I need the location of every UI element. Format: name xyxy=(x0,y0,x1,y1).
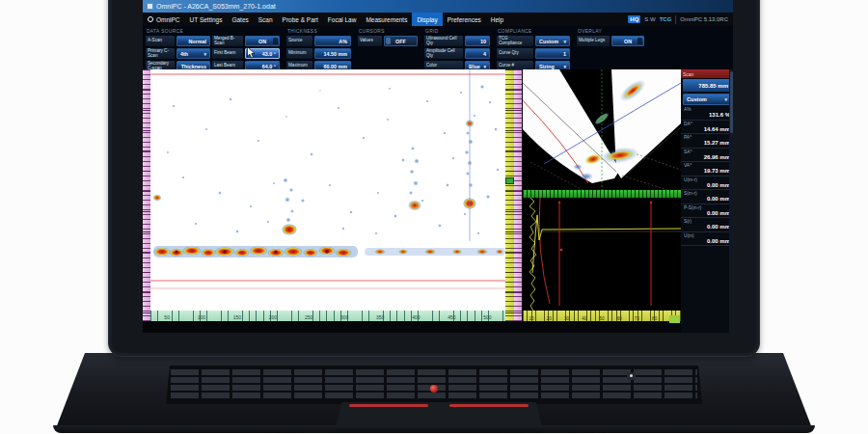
minimum-value[interactable]: 14.50 mm xyxy=(314,48,351,59)
toggle-knob xyxy=(637,38,642,44)
readings-panel: Scan 785.85 mm Custom ▾ A% 131.6 % xyxy=(681,69,733,333)
reading-item: SA^ 26.96 mm xyxy=(681,149,733,163)
axis-tick-label: 10 xyxy=(529,316,534,321)
axis-tick-label: 20 xyxy=(547,316,552,321)
chevron-down-icon: ▾ xyxy=(563,64,566,69)
axis-tick-label: 400 xyxy=(412,314,420,320)
menubar: OmniPC UT SettingsGatesScanProbe & PartF… xyxy=(143,13,733,26)
values-label: Values xyxy=(358,36,382,46)
axis-tick-label: 200 xyxy=(269,314,277,320)
parameter-ribbon: DATA SOURCE A-Scan Normal Merged B-Scan … xyxy=(143,26,733,69)
mid-magenta-ruler[interactable] xyxy=(514,69,522,321)
titlebar[interactable]: OmniPC - A26CA_S053mm_270-1.odat xyxy=(143,0,733,13)
readings-list: A% 131.6 % DA^ 14.64 mm PA^ 15.27 mm xyxy=(681,106,733,246)
cursor-values-toggle[interactable]: OFF xyxy=(384,36,418,46)
ascan-horizontal-ruler[interactable]: 102030405060708090 xyxy=(523,311,681,321)
menu-item[interactable]: Probe & Part xyxy=(278,13,323,26)
tcg-compliance-label: TCG Compliance xyxy=(497,36,533,46)
ruler-marker xyxy=(505,177,514,184)
reading-value: 19.73 mm xyxy=(684,168,730,174)
chevron-down-icon: ▾ xyxy=(724,96,727,102)
reading-value: 26.96 mm xyxy=(684,154,730,160)
menu-display-active[interactable]: Display xyxy=(412,13,442,26)
panel-thickness: THICKNESS Source A% Minimum 14.50 mm Max… xyxy=(286,28,351,69)
version-label: OmniPC 5.13.0RC xyxy=(680,16,728,22)
reading-item: P-S(m-r) 0.00 mm xyxy=(681,204,733,219)
first-beam-label: First Beam xyxy=(212,48,243,59)
cscan-vertical-ruler[interactable] xyxy=(143,69,150,321)
reading-item: U(m) 0.00 mm xyxy=(681,232,733,247)
status-flags: S W xyxy=(644,16,655,22)
curve-qty-value[interactable]: 1 xyxy=(535,48,570,59)
axis-tick-label: 100 xyxy=(198,314,205,320)
axis-tick-label: 80 xyxy=(652,316,657,321)
scan-position-value[interactable]: 785.85 mm xyxy=(683,79,731,92)
mouse-cursor xyxy=(247,46,256,59)
menu-item[interactable]: Focal Law xyxy=(323,13,362,26)
omnipc-logo-icon xyxy=(148,16,153,22)
merged-bscan-toggle[interactable]: ON xyxy=(245,36,280,46)
axis-tick-label: 50 xyxy=(164,314,170,320)
source-value[interactable]: A% xyxy=(314,36,351,46)
reading-item: DA^ 14.64 mm xyxy=(681,121,733,135)
reading-item: VA^ 19.73 mm xyxy=(681,162,733,176)
reading-value: 0.00 mm xyxy=(684,238,730,244)
reading-value: 0.00 mm xyxy=(684,182,730,188)
ascan-view[interactable] xyxy=(523,198,681,311)
menu-items-right: PreferencesHelp xyxy=(443,13,508,26)
panel-overlay: OVERLAY Multiple Legs ON xyxy=(577,28,644,69)
ultrasound-cell-value[interactable]: 10 xyxy=(465,36,490,46)
menu-item[interactable]: Measurements xyxy=(361,13,412,26)
multiple-legs-toggle[interactable]: ON xyxy=(611,36,644,46)
menu-items-left: UT SettingsGatesScanProbe & PartFocal La… xyxy=(185,13,413,26)
minimum-label: Minimum xyxy=(286,48,312,59)
reading-value: 0.00 mm xyxy=(684,224,730,230)
menu-omnipc[interactable]: OmniPC xyxy=(143,13,185,26)
menu-item[interactable]: Gates xyxy=(227,13,253,26)
readings-preset-dropdown[interactable]: Custom ▾ xyxy=(683,94,731,105)
power-button xyxy=(627,372,636,380)
reading-item: A% 131.6 % xyxy=(681,106,733,121)
chevron-down-icon: ▾ xyxy=(203,51,206,57)
sscan-horizontal-ruler[interactable] xyxy=(523,190,681,198)
cscan-horizontal-ruler[interactable]: 50100150200250300350400450500 xyxy=(150,311,505,321)
a-scan-value[interactable]: Normal xyxy=(176,36,210,46)
menu-item[interactable]: Preferences xyxy=(443,13,486,26)
axis-tick-label: 40 xyxy=(582,316,586,321)
hq-badge: HQ xyxy=(628,15,640,23)
chevron-down-icon: ▾ xyxy=(563,39,566,44)
scrollbar[interactable] xyxy=(729,69,733,333)
mid-yellow-ruler[interactable] xyxy=(505,69,514,321)
axis-tick-label: 500 xyxy=(483,314,491,320)
menu-item[interactable]: UT Settings xyxy=(185,13,228,26)
multiple-legs-label: Multiple Legs xyxy=(577,36,610,46)
tcg-badge: TCG xyxy=(660,16,672,22)
axis-tick-label: 50 xyxy=(599,316,604,321)
toggle-knob xyxy=(273,38,278,44)
reading-value: 14.64 mm xyxy=(684,126,730,132)
separator xyxy=(675,15,676,24)
tcg-compliance-dropdown[interactable]: Custom ▾ xyxy=(535,36,570,46)
sscan-view[interactable] xyxy=(523,69,681,190)
reading-item: U(m-r) 0.00 mm xyxy=(681,176,733,191)
trackpad-button-stripe-right xyxy=(449,404,529,407)
scrollbar-thumb[interactable] xyxy=(730,71,733,133)
photo-canvas: { "window": { "title": "OmniPC - A26CA_S… xyxy=(0,0,868,434)
panel-grid: GRID Ultrasound Cell Qty 10 Amplitude Ce… xyxy=(424,28,490,69)
axis-tick-label: 70 xyxy=(635,316,639,321)
amplitude-cell-value[interactable]: 4 xyxy=(465,48,490,59)
cscan-view[interactable] xyxy=(150,69,505,311)
a-scan-label: A-Scan xyxy=(146,36,175,46)
panel-compliance: COMPLIANCE TCG Compliance Custom ▾ Curve… xyxy=(497,28,570,69)
app-icon xyxy=(147,3,153,10)
menu-item[interactable]: Scan xyxy=(254,13,278,26)
curve-qty-label: Curve Qty xyxy=(497,48,533,59)
trackpad xyxy=(336,402,542,427)
primary-cscan-label: Primary C-Scan xyxy=(146,48,175,59)
window-title: OmniPC - A26CA_S053mm_270-1.odat xyxy=(156,3,276,10)
trackpoint-nub xyxy=(430,385,438,393)
axis-tick-label: 30 xyxy=(564,316,569,321)
source-label: Source xyxy=(286,36,312,46)
menu-item[interactable]: Help xyxy=(486,13,508,26)
primary-cscan-dropdown[interactable]: 4th ▾ xyxy=(176,48,210,59)
